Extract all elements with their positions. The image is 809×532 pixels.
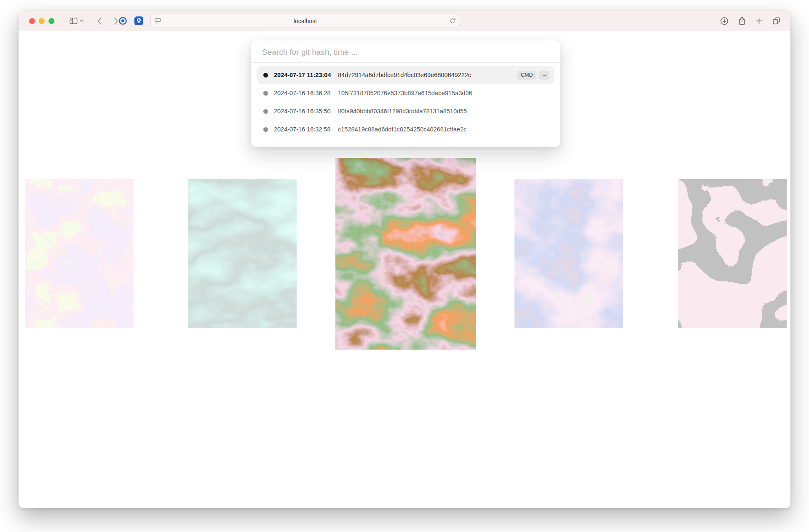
commit-time: 2024-07-16 16:32:58 xyxy=(274,126,338,133)
browser-toolbar: localhost xyxy=(19,11,790,31)
window-controls xyxy=(29,18,54,24)
close-window-button[interactable] xyxy=(29,18,35,24)
artwork-thumbnail-pink-gray-topo[interactable] xyxy=(678,179,787,328)
cmd-key-badge: CMD xyxy=(517,71,536,80)
commit-time: 2024-07-16 16:36:28 xyxy=(274,90,338,96)
page-settings-button[interactable] xyxy=(155,18,161,24)
tab-overview-button[interactable] xyxy=(772,17,780,25)
target-record-icon xyxy=(118,16,127,25)
target-record-extension-button[interactable] xyxy=(118,16,127,25)
commit-time: 2024-07-17 11:23:04 xyxy=(274,72,338,78)
tabs-icon xyxy=(772,17,780,25)
password-manager-extension-button[interactable] xyxy=(134,16,144,26)
sidebar-menu-button[interactable] xyxy=(80,19,84,22)
address-bar[interactable]: localhost xyxy=(150,15,460,27)
page-settings-icon xyxy=(155,18,161,24)
password-keyhole-icon xyxy=(134,16,144,26)
chevron-right-icon xyxy=(114,17,118,25)
minimize-window-button[interactable] xyxy=(39,18,45,24)
download-icon xyxy=(720,17,729,25)
sidebar-toggle-button[interactable] xyxy=(70,17,78,24)
result-row[interactable]: 2024-07-16 16:35:50 ff0fa940bbb80346f129… xyxy=(257,102,555,120)
share-button[interactable] xyxy=(738,16,746,25)
artwork-thumbnail-aqua-clouds[interactable] xyxy=(188,179,297,328)
artwork-thumbnail-periwinkle-salmon[interactable] xyxy=(514,179,623,328)
artwork-thumbnail-pastel-topographic[interactable] xyxy=(25,179,134,328)
commit-hash: ff0fa940bbb80346f1298d3dd4a78131a8510d55 xyxy=(338,108,467,115)
reload-icon xyxy=(450,18,456,24)
forward-button[interactable] xyxy=(114,17,118,25)
result-row[interactable]: 2024-07-17 11:23:04 84d72914a6d7bdfce91d… xyxy=(257,66,555,84)
command-palette: 2024-07-17 11:23:04 84d72914a6d7bdfce91d… xyxy=(251,40,560,147)
search-input[interactable] xyxy=(251,40,560,62)
commit-dot-icon xyxy=(263,91,268,96)
zoom-window-button[interactable] xyxy=(48,18,54,24)
artwork-thumbnail-green-pink-marble-selected[interactable] xyxy=(335,158,476,350)
chevron-down-icon xyxy=(80,19,84,22)
commit-hash: 84d72914a6d7bdfce91d4bc03e69e6800649222c xyxy=(338,72,471,78)
plus-icon xyxy=(755,17,763,24)
commit-dot-icon xyxy=(263,127,268,132)
share-icon xyxy=(738,16,746,25)
commit-time: 2024-07-16 16:35:50 xyxy=(274,108,338,115)
result-row[interactable]: 2024-07-16 16:32:58 c1528419c08ad6ddf1c0… xyxy=(257,120,555,138)
enter-arrow-badge: → xyxy=(539,71,550,80)
new-tab-button[interactable] xyxy=(755,17,763,24)
safari-window: localhost xyxy=(19,11,790,508)
results-list: 2024-07-17 11:23:04 84d72914a6d7bdfce91d… xyxy=(251,63,560,138)
reload-button[interactable] xyxy=(450,18,456,24)
commit-dot-icon xyxy=(263,109,268,114)
sidebar-icon xyxy=(70,17,78,24)
commit-hash: c1528419c08ad6ddf1c0254250c402661cffae2c xyxy=(338,126,466,133)
row-badges: CMD → xyxy=(517,71,549,80)
back-button[interactable] xyxy=(97,17,102,25)
commit-hash: 105f73187052076e5373b897a615daba915a3d06 xyxy=(338,90,472,96)
commit-dot-icon xyxy=(263,73,268,78)
page-content: 2024-07-17 11:23:04 84d72914a6d7bdfce91d… xyxy=(19,31,790,508)
result-row[interactable]: 2024-07-16 16:36:28 105f73187052076e5373… xyxy=(257,84,555,102)
chevron-left-icon xyxy=(97,17,102,25)
url-text: localhost xyxy=(151,18,460,24)
downloads-button[interactable] xyxy=(720,17,729,25)
